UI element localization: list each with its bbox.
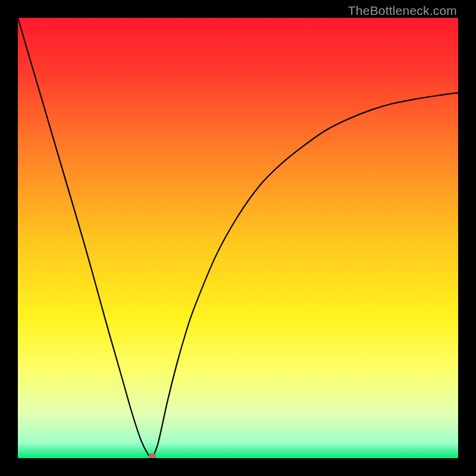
chart-container: TheBottleneck.com — [0, 0, 476, 476]
svg-rect-0 — [18, 18, 458, 458]
plot-area — [18, 18, 458, 458]
gradient-background — [18, 18, 458, 458]
watermark-text: TheBottleneck.com — [348, 4, 457, 18]
minimum-marker — [149, 453, 156, 458]
